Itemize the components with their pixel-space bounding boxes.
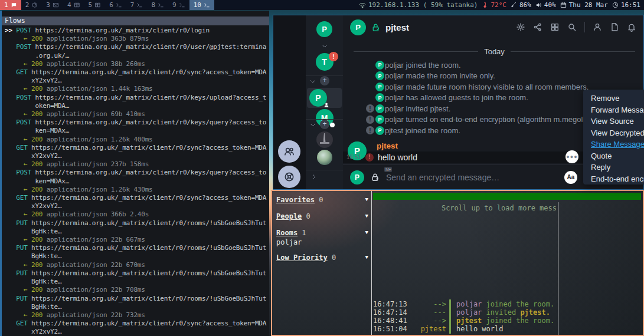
buffer-item[interactable]: poljar [276, 238, 302, 247]
flow-request[interactable]: PUT https://termina.org.uk/_matrix/clien… [5, 219, 269, 228]
avatar: P [375, 126, 384, 135]
book-icon [94, 2, 101, 8]
workspace-5[interactable]: 5 [84, 0, 106, 10]
menu-item-share-message[interactable]: Share Message [583, 139, 644, 150]
collapse-triangle-icon[interactable]: ▼ [365, 254, 368, 260]
avatar: P [375, 93, 384, 102]
workspace-10[interactable]: 10 [189, 0, 214, 10]
menu-item-remove[interactable]: Remove [583, 93, 644, 104]
add-room-button[interactable]: + [320, 76, 329, 85]
mail-icon [53, 2, 59, 8]
warning-icon: ! [366, 104, 374, 113]
search-icon[interactable] [567, 22, 577, 32]
chevron-down-icon[interactable] [306, 42, 343, 50]
status-text: 40% [544, 1, 556, 9]
load-more-bar[interactable] [373, 193, 641, 200]
flow-request[interactable]: GET https://termina.org.uk/_matrix/clien… [5, 144, 269, 152]
workspace-3[interactable]: 3 [42, 0, 63, 10]
flow-request[interactable]: POST https://termina.org.uk/_matrix/clie… [5, 169, 269, 177]
collapse-triangle-icon[interactable]: ▼ [365, 213, 368, 219]
community-icon [283, 171, 295, 183]
settings-icon[interactable] [516, 22, 525, 32]
state-event[interactable]: Ppoljar made the room invite only. [343, 71, 643, 82]
menu-item-reply[interactable]: Reply [583, 162, 644, 173]
state-event[interactable]: Ppoljar joined the room. [343, 60, 643, 71]
chevron-down-icon[interactable] [309, 121, 316, 129]
room-avatar-globe[interactable] [306, 150, 343, 165]
buffer-group-low-priority[interactable]: Low Priority 0▼ [276, 253, 370, 262]
clock-icon [612, 2, 619, 8]
flow-request-wrap: xY2xvY2… [5, 152, 269, 160]
menu-item-view-decrypted-source[interactable]: View Decrypted Source [583, 127, 644, 139]
community-button[interactable] [278, 166, 300, 188]
state-event-text: poljar joined the room. [385, 61, 461, 70]
buffer-group-people[interactable]: People 0▼ [276, 212, 370, 221]
buffer-group-favorites[interactable]: Favorites 0▼ [276, 196, 370, 205]
files-icon[interactable] [610, 22, 619, 32]
flow-request[interactable]: POST https://termina.org.uk/_matrix/clie… [5, 118, 269, 127]
workspace-number: 5 [89, 1, 93, 9]
add-room-button[interactable]: + [320, 120, 329, 129]
user-avatar[interactable]: P [306, 21, 343, 37]
flow-request[interactable]: >> POST https://termina.org.uk/_matrix/c… [5, 27, 269, 35]
thermometer-icon [482, 2, 488, 8]
workspace-1[interactable]: 1 [0, 0, 21, 10]
share-icon[interactable] [533, 22, 542, 32]
taskbar: 12345678910 192.168.1.133 ( 59% tatanka)… [0, 0, 644, 10]
workspace-8[interactable]: 8 [147, 0, 168, 10]
flow-request[interactable]: PUT https://termina.org.uk/_matrix/clien… [5, 244, 269, 252]
community-rail [273, 15, 306, 189]
workspace-number: 8 [151, 1, 155, 9]
apps-icon[interactable] [550, 22, 560, 32]
flow-request[interactable]: GET https://termina.org.uk/_matrix/clien… [5, 68, 269, 77]
menu-item-forward-message[interactable]: Forward Message [583, 104, 644, 116]
workspace-number: 4 [67, 1, 71, 9]
wifi-icon [359, 2, 366, 9]
buffer-group-rooms[interactable]: Rooms 1▼ [276, 229, 370, 238]
workspace-number: 2 [25, 1, 30, 9]
chevron-down-icon[interactable] [309, 78, 316, 85]
flow-request[interactable]: GET https://termina.org.uk/_matrix/clien… [5, 319, 269, 328]
collapse-triangle-icon[interactable]: ▼ [365, 229, 368, 235]
chevron-right-icon[interactable] [310, 173, 318, 180]
menu-item-quote[interactable]: Quote [583, 150, 644, 162]
room-avatar-t[interactable]: T ! [306, 53, 343, 71]
menu-item-view-source[interactable]: View Source [583, 116, 644, 127]
state-event-text: poljar made future room history visible … [385, 83, 589, 91]
workspace-7[interactable]: 7 [126, 0, 148, 10]
flow-request-wrap: ken=MDAx… [5, 177, 269, 186]
status-text: 16:51 [621, 1, 640, 9]
flow-request[interactable]: GET https://termina.org.uk/_matrix/clien… [5, 194, 269, 202]
terminal-icon [158, 2, 164, 8]
flow-request-wrap: oken=MDA… [5, 102, 269, 110]
message-timestamp: 16:51 [346, 154, 361, 160]
room-avatar-tower[interactable] [306, 131, 343, 148]
workspace-2[interactable]: 2 [21, 0, 43, 10]
avatar: P [350, 170, 364, 185]
flow-response: ← 200 application/json 22b 708ms [5, 286, 269, 294]
room-avatar-pjtest-selected[interactable]: P [307, 88, 342, 108]
workspace-6[interactable]: 6 [105, 0, 126, 10]
flow-request[interactable]: POST https://termina.org.uk/_matrix/clie… [5, 94, 269, 102]
room-avatar[interactable]: P [350, 19, 366, 35]
flow-response: ← 200 application/json 22b 670ms [5, 261, 269, 269]
flows-list[interactable]: >> POST https://termina.org.uk/_matrix/c… [2, 25, 269, 336]
avatar: P [375, 104, 384, 113]
mitmproxy-window: Flows >> POST https://termina.org.uk/_ma… [0, 11, 269, 336]
workspace-9[interactable]: 9 [168, 0, 189, 10]
workspace-4[interactable]: 4 [63, 0, 84, 10]
flow-request[interactable]: PUT https://termina.org.uk/_matrix/clien… [5, 269, 269, 278]
collapse-triangle-icon[interactable]: ▼ [365, 196, 368, 202]
menu-item-end-to-end-encryption[interactable]: End-to-end encryption [583, 173, 644, 185]
weechat-window: Favorites 0▼People 0▼Rooms 1▼poljarLow P… [271, 190, 644, 336]
flows-title: Flows [2, 17, 269, 25]
flow-request[interactable]: POST https://termina.org.uk/_matrix/clie… [5, 43, 269, 51]
people-icon [283, 146, 295, 157]
flow-request[interactable]: PUT https://termina.org.uk/_matrix/clien… [5, 295, 269, 303]
members-icon[interactable] [593, 22, 602, 32]
message-options-button[interactable]: ●●● [565, 150, 578, 163]
notifications-icon[interactable] [627, 22, 636, 32]
markdown-toggle[interactable]: M▾ [384, 167, 392, 172]
format-button[interactable]: Aa [564, 171, 577, 184]
people-button[interactable] [278, 140, 300, 163]
